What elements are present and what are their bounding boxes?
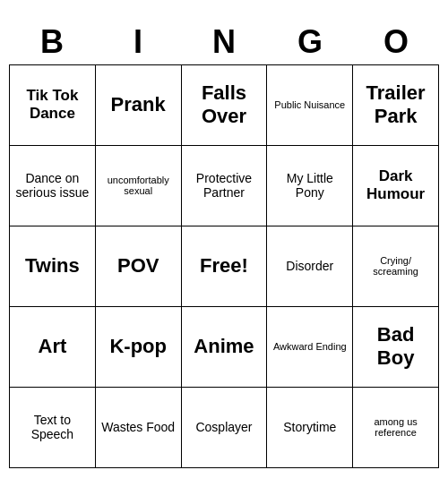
bingo-cell-0-3: Public Nuisance <box>267 65 353 146</box>
bingo-cell-3-2: Anime <box>182 307 268 388</box>
bingo-cell-4-2: Cosplayer <box>182 388 268 468</box>
bingo-cell-2-3: Disorder <box>267 226 353 307</box>
bingo-cell-3-0: Art <box>10 307 96 388</box>
bingo-cell-0-1: Prank <box>96 65 182 146</box>
bingo-cell-4-4: among us reference <box>353 388 439 468</box>
bingo-cell-1-3: My Little Pony <box>267 146 353 226</box>
bingo-cell-2-1: POV <box>96 226 182 307</box>
bingo-cell-3-3: Awkward Ending <box>267 307 353 388</box>
bingo-cell-1-2: Protective Partner <box>182 146 268 226</box>
bingo-header: BINGO <box>9 20 439 64</box>
bingo-cell-1-1: uncomfortably sexual <box>96 146 182 226</box>
bingo-cell-0-2: Falls Over <box>182 65 268 146</box>
bingo-cell-0-0: Tik Tok Dance <box>10 65 96 146</box>
bingo-cell-4-0: Text to Speech <box>10 388 96 468</box>
bingo-cell-2-4: Crying/ screaming <box>353 226 439 307</box>
bingo-cell-1-4: Dark Humour <box>353 146 439 226</box>
bingo-cell-4-3: Storytime <box>267 388 353 468</box>
bingo-cell-3-1: K-pop <box>96 307 182 388</box>
bingo-card: BINGO Tik Tok DancePrankFalls OverPublic… <box>9 20 439 468</box>
bingo-cell-2-2: Free! <box>182 226 268 307</box>
bingo-cell-4-1: Wastes Food <box>96 388 182 468</box>
bingo-letter-g: G <box>267 20 353 64</box>
bingo-cell-0-4: Trailer Park <box>353 65 439 146</box>
bingo-letter-i: I <box>95 20 181 64</box>
bingo-letter-o: O <box>353 20 439 64</box>
bingo-letter-b: B <box>9 20 95 64</box>
bingo-cell-3-4: Bad Boy <box>353 307 439 388</box>
bingo-letter-n: N <box>181 20 267 64</box>
bingo-cell-1-0: Dance on serious issue <box>10 146 96 226</box>
bingo-cell-2-0: Twins <box>10 226 96 307</box>
bingo-grid: Tik Tok DancePrankFalls OverPublic Nuisa… <box>9 64 439 468</box>
